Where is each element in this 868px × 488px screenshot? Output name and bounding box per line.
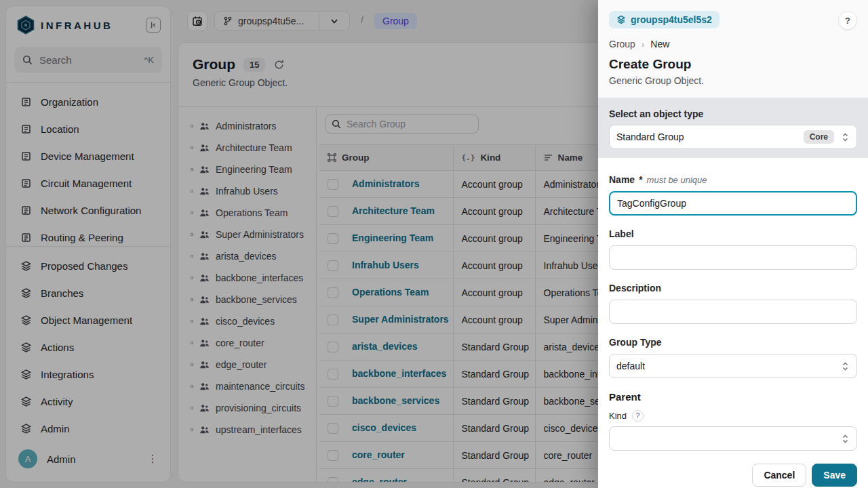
kind-help-icon[interactable]: ? xyxy=(632,410,644,422)
parent-label: Parent xyxy=(609,391,641,403)
group-type-value: default xyxy=(616,361,841,371)
group-type-field-group: Group Type default xyxy=(609,337,857,378)
create-group-drawer: groupsp4tu5el5s2 ? Group › New Create Gr… xyxy=(598,0,868,488)
description-field-group: Description xyxy=(609,283,857,324)
object-type-section: Select an object type Standard Group Cor… xyxy=(598,98,868,158)
name-field-group: Name * must be unique xyxy=(609,174,857,216)
create-group-form: Name * must be unique Label Description … xyxy=(598,158,868,451)
chevron-up-down-icon xyxy=(841,434,850,444)
drawer-header: groupsp4tu5el5s2 ? Group › New Create Gr… xyxy=(598,0,868,98)
label-field-group: Label xyxy=(609,228,857,270)
cancel-button[interactable]: Cancel xyxy=(752,464,806,487)
name-hint: must be unique xyxy=(647,175,707,185)
parent-kind-select[interactable] xyxy=(609,426,857,451)
required-mark: * xyxy=(639,174,642,185)
description-label: Description xyxy=(609,283,661,293)
drawer-actions: Cancel Save xyxy=(598,464,868,487)
breadcrumb-current: New xyxy=(650,39,669,49)
group-type-select[interactable]: default xyxy=(609,354,857,378)
object-type-value: Standard Group xyxy=(616,131,804,142)
name-label: Name xyxy=(609,174,635,185)
parent-kind-label: Kind xyxy=(609,411,627,421)
breadcrumb-parent[interactable]: Group xyxy=(609,39,635,49)
object-type-select[interactable]: Standard Group Core xyxy=(609,125,857,149)
name-input[interactable] xyxy=(609,191,857,216)
chevron-up-down-icon xyxy=(841,361,850,371)
parent-field-group: Parent Kind ? xyxy=(609,391,857,451)
label-label: Label xyxy=(609,228,634,239)
drawer-subtitle: Generic Group Object. xyxy=(609,75,857,86)
help-button[interactable]: ? xyxy=(838,11,857,30)
chevron-up-down-icon xyxy=(841,132,850,142)
drawer-title: Create Group xyxy=(609,57,857,72)
save-button[interactable]: Save xyxy=(812,464,857,487)
layers-icon xyxy=(616,15,626,24)
core-badge: Core xyxy=(804,130,834,144)
chevron-right-icon: › xyxy=(642,39,644,49)
label-input[interactable] xyxy=(609,245,857,270)
object-type-label: Select an object type xyxy=(609,108,857,119)
drawer-breadcrumb: Group › New xyxy=(609,39,857,49)
branch-badge-label: groupsp4tu5el5s2 xyxy=(631,14,712,25)
group-type-label: Group Type xyxy=(609,337,662,348)
branch-badge: groupsp4tu5el5s2 xyxy=(609,11,719,28)
description-input[interactable] xyxy=(609,300,857,324)
